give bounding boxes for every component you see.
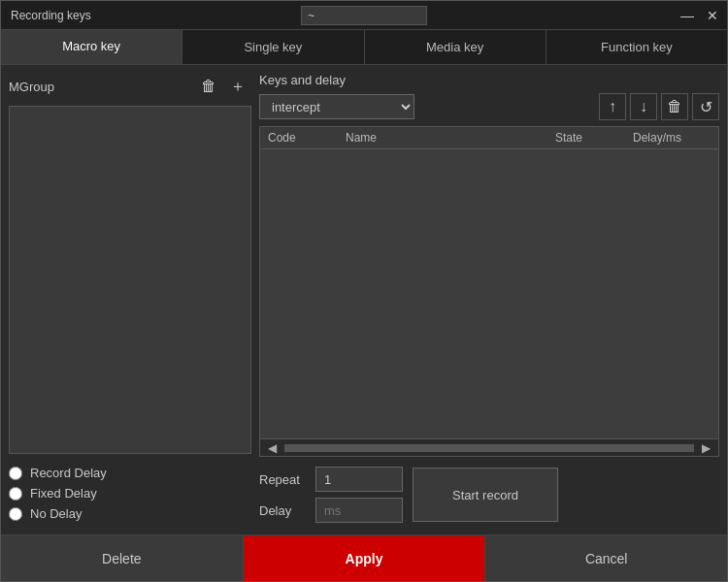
intercept-dropdown[interactable]: intercept no intercept: [259, 94, 414, 119]
no-delay-option[interactable]: No Delay: [9, 506, 251, 521]
start-record-button[interactable]: Start record: [413, 468, 558, 522]
right-panel: Keys and delay intercept no intercept ↑ …: [259, 73, 719, 527]
mgroup-list[interactable]: [9, 106, 251, 454]
tab-bar: Macro key Single key Media key Function …: [1, 30, 727, 65]
delete-mgroup-button[interactable]: 🗑: [195, 73, 222, 100]
tab-macro[interactable]: Macro key: [1, 30, 182, 64]
delay-label: Delay: [259, 503, 308, 518]
no-delay-radio[interactable]: [9, 507, 22, 521]
col-delay: Delay/ms: [633, 131, 711, 145]
record-delay-radio[interactable]: [9, 467, 22, 480]
mgroup-label: MGroup: [9, 80, 54, 94]
repeat-delay-fields: Repeat Delay: [259, 467, 403, 523]
tab-function[interactable]: Function key: [546, 30, 727, 64]
col-state: State: [555, 131, 633, 145]
main-content: MGroup 🗑 ＋ Record Delay Fixed Delay: [1, 65, 727, 534]
scroll-right-button[interactable]: ▶: [698, 441, 714, 455]
delete-button[interactable]: Delete: [1, 535, 244, 581]
close-button[interactable]: ✕: [702, 5, 723, 26]
window-title: Recording keys: [11, 9, 91, 22]
repeat-label: Repeat: [259, 472, 308, 487]
record-delay-option[interactable]: Record Delay: [9, 466, 251, 480]
refresh-button[interactable]: ↺: [692, 93, 719, 120]
keys-table: Code Name State Delay/ms ◀ ▶: [259, 126, 719, 457]
table-toolbar: ↑ ↓ 🗑 ↺: [599, 93, 719, 120]
scroll-track[interactable]: [284, 444, 694, 452]
delay-input[interactable]: [315, 498, 403, 523]
mgroup-actions: 🗑 ＋: [195, 73, 251, 100]
delete-entry-button[interactable]: 🗑: [661, 93, 688, 120]
repeat-row: Repeat: [259, 467, 403, 492]
horizontal-scrollbar[interactable]: ◀ ▶: [260, 438, 718, 456]
footer: Delete Apply Cancel: [1, 534, 727, 581]
tab-media[interactable]: Media key: [365, 30, 546, 64]
add-mgroup-button[interactable]: ＋: [224, 73, 251, 100]
fixed-delay-option[interactable]: Fixed Delay: [9, 486, 251, 501]
repeat-input[interactable]: [315, 467, 403, 492]
title-bar: Recording keys — ✕: [1, 1, 727, 30]
dropdown-toolbar-row: intercept no intercept ↑ ↓ 🗑 ↺: [259, 93, 719, 120]
title-input[interactable]: [301, 6, 427, 25]
right-top-row: Keys and delay: [259, 73, 719, 87]
scroll-left-button[interactable]: ◀: [264, 441, 281, 455]
window-controls: — ✕: [677, 5, 723, 26]
move-up-button[interactable]: ↑: [599, 93, 626, 120]
keys-delay-label: Keys and delay: [259, 73, 346, 87]
left-panel: MGroup 🗑 ＋ Record Delay Fixed Delay: [9, 73, 251, 527]
left-panel-header: MGroup 🗑 ＋: [9, 73, 251, 100]
apply-button[interactable]: Apply: [244, 535, 486, 581]
move-down-button[interactable]: ↓: [630, 93, 657, 120]
col-code: Code: [268, 131, 346, 145]
tab-single[interactable]: Single key: [182, 30, 364, 64]
table-header: Code Name State Delay/ms: [260, 127, 718, 149]
cancel-button[interactable]: Cancel: [485, 535, 727, 581]
col-name: Name: [346, 131, 555, 145]
bottom-controls: Repeat Delay Start record: [259, 463, 719, 527]
delay-row: Delay: [259, 498, 403, 523]
delay-radio-group: Record Delay Fixed Delay No Delay: [9, 460, 251, 527]
main-window: Recording keys — ✕ Macro key Single key …: [0, 0, 728, 582]
table-body[interactable]: [260, 149, 718, 438]
minimize-button[interactable]: —: [677, 5, 698, 26]
fixed-delay-radio[interactable]: [9, 487, 22, 501]
